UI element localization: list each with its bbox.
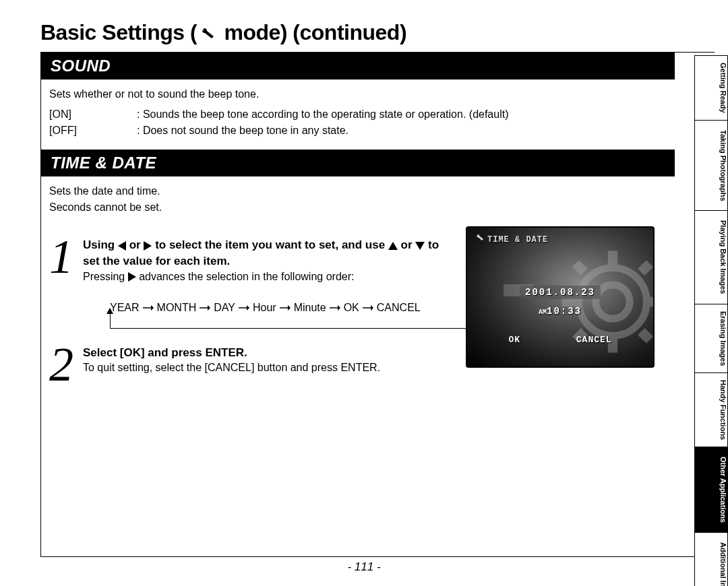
lcd-date: 2001.08.23 xyxy=(520,286,601,299)
step-1-title: Using or to select the item you want to … xyxy=(83,237,447,269)
lcd-screen: TIME & DATE 2001.08.23 AM10:33 OK CANCEL xyxy=(466,226,655,368)
step-number-1: 1 xyxy=(49,240,83,273)
title-prefix: Basic Settings ( xyxy=(40,20,197,44)
page-title: Basic Settings ( mode) (continued) xyxy=(40,20,715,46)
svg-marker-11 xyxy=(371,305,373,311)
svg-marker-9 xyxy=(338,305,340,311)
flow-diagram: YEAR MONTH DAY Hour Minute OK xyxy=(83,302,447,314)
right-arrow-icon xyxy=(144,241,152,251)
flow-return-arrow-icon xyxy=(107,308,113,314)
up-arrow-icon xyxy=(388,242,398,250)
lcd-time: AM10:33 xyxy=(539,306,582,317)
svg-point-12 xyxy=(579,268,647,336)
step-number-2: 2 xyxy=(49,348,83,381)
title-suffix: mode) (continued) xyxy=(218,20,406,44)
svg-marker-5 xyxy=(247,305,249,311)
sound-on-label: [ON] xyxy=(49,106,137,123)
flow-return-line xyxy=(110,311,481,329)
sound-section-desc: Sets whether or not to sound the beep to… xyxy=(41,79,675,150)
svg-rect-17 xyxy=(649,297,655,306)
content-frame: SOUND Sets whether or not to sound the b… xyxy=(40,52,715,557)
svg-marker-1 xyxy=(151,305,154,311)
svg-marker-7 xyxy=(288,305,291,311)
lcd-header: TIME & DATE xyxy=(475,234,548,245)
left-arrow-icon xyxy=(118,241,126,251)
sound-desc-text: Sets whether or not to sound the beep to… xyxy=(49,86,667,102)
lcd-ok-button: OK xyxy=(508,335,520,345)
steps-area: 1 Using or to select the item you want t… xyxy=(41,226,675,381)
svg-marker-3 xyxy=(208,305,210,311)
svg-rect-19 xyxy=(638,260,653,275)
right-arrow-icon xyxy=(128,272,136,282)
svg-rect-18 xyxy=(572,260,588,275)
svg-point-13 xyxy=(596,285,630,319)
tab-handy-functions[interactable]: Handy Functions xyxy=(694,372,728,447)
lcd-cancel-button: CANCEL xyxy=(576,335,612,345)
tab-other-applications[interactable]: Other Applications xyxy=(694,447,728,532)
sound-on-desc: : Sounds the beep tone according to the … xyxy=(137,106,509,123)
tab-getting-ready[interactable]: Getting Ready xyxy=(694,55,728,120)
tab-additional-information[interactable]: Additional Information xyxy=(694,532,728,586)
timedate-section-header: TIME & DATE xyxy=(41,150,675,176)
timedate-desc1: Sets the date and time. xyxy=(49,183,667,199)
down-arrow-icon xyxy=(415,242,425,250)
timedate-desc2: Seconds cannot be set. xyxy=(49,199,667,216)
page-number: - 111 - xyxy=(0,560,728,574)
tab-erasing-images[interactable]: Erasing Images xyxy=(694,304,728,372)
svg-rect-14 xyxy=(608,251,617,265)
timedate-section-desc: Sets the date and time. Seconds cannot b… xyxy=(41,176,675,226)
step-1-sub: Pressing advances the selection in the f… xyxy=(83,271,447,283)
wrench-small-icon xyxy=(475,234,485,245)
side-tabs: Getting Ready Taking Photographs Playing… xyxy=(694,55,728,560)
wrench-icon xyxy=(198,22,217,46)
tab-playing-back-images[interactable]: Playing Back Images xyxy=(694,210,728,303)
sound-section-header: SOUND xyxy=(41,53,675,79)
sound-off-label: [OFF] xyxy=(49,123,137,139)
tab-taking-photographs[interactable]: Taking Photographs xyxy=(694,120,728,211)
sound-off-desc: : Does not sound the beep tone in any st… xyxy=(137,123,509,139)
